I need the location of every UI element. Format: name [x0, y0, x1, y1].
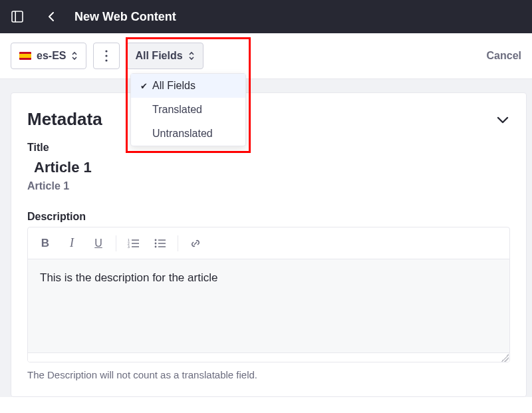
link-button[interactable] [184, 231, 207, 255]
svg-point-13 [155, 245, 157, 247]
description-helper: The Description will not count as a tran… [27, 369, 510, 380]
sort-icon [188, 51, 195, 61]
description-label: Description [27, 211, 510, 223]
locale-selector[interactable]: es-ES [11, 43, 86, 69]
ordered-list-button[interactable]: 123 [122, 231, 146, 255]
toolbar: es-ES All Fields Cancel ✔ All Fields Tra… [0, 33, 532, 79]
resize-handle[interactable] [501, 354, 509, 362]
back-icon[interactable] [40, 5, 64, 29]
sort-icon [71, 51, 78, 61]
cancel-button[interactable]: Cancel [487, 50, 521, 62]
svg-rect-0 [12, 11, 23, 22]
dropdown-item-label: Untranslated [152, 128, 213, 140]
chevron-down-icon [495, 112, 510, 127]
check-icon: ✔ [138, 81, 150, 91]
underline-button[interactable]: U [86, 231, 110, 255]
fields-filter-button[interactable]: All Fields [126, 43, 203, 69]
metadata-panel: Metadata Title Article 1 Article 1 Descr… [11, 92, 527, 397]
editor-toolbar: B I U 123 [28, 227, 509, 259]
italic-button[interactable]: I [60, 231, 84, 255]
sidebar-toggle-icon[interactable] [5, 5, 29, 29]
dropdown-item-label: Translated [152, 104, 202, 116]
description-textarea[interactable]: This is the description for the article [28, 259, 509, 352]
kebab-icon [105, 50, 108, 62]
title-value-primary: Article 1 [34, 159, 510, 176]
content-area: Metadata Title Article 1 Article 1 Descr… [0, 79, 532, 397]
dropdown-item-translated[interactable]: Translated [131, 98, 245, 122]
toolbar-divider [116, 235, 116, 251]
editor-footer [28, 352, 509, 362]
dropdown-item-label: All Fields [152, 80, 196, 92]
flag-es-icon [19, 52, 31, 60]
svg-point-12 [155, 242, 157, 244]
svg-point-4 [106, 59, 108, 61]
dropdown-item-all-fields[interactable]: ✔ All Fields [131, 74, 245, 98]
bold-button[interactable]: B [33, 231, 57, 255]
panel-heading: Metadata [27, 109, 102, 130]
toolbar-divider [178, 235, 178, 251]
topbar: New Web Content [0, 0, 532, 33]
page-title: New Web Content [74, 10, 176, 24]
more-actions-button[interactable] [93, 43, 120, 69]
svg-text:3: 3 [128, 245, 130, 249]
description-editor: B I U 123 This is the description for th… [27, 227, 510, 362]
title-label: Title [27, 142, 510, 154]
dropdown-item-untranslated[interactable]: Untranslated [131, 122, 245, 146]
locale-label: es-ES [37, 50, 66, 62]
svg-point-2 [106, 50, 108, 52]
panel-header[interactable]: Metadata [27, 109, 510, 130]
svg-point-11 [155, 239, 157, 241]
fields-filter-dropdown: ✔ All Fields Translated Untranslated [130, 73, 246, 146]
title-value-secondary: Article 1 [27, 180, 510, 192]
svg-point-3 [106, 55, 108, 57]
unordered-list-button[interactable] [148, 231, 172, 255]
fields-filter-label: All Fields [135, 50, 182, 62]
